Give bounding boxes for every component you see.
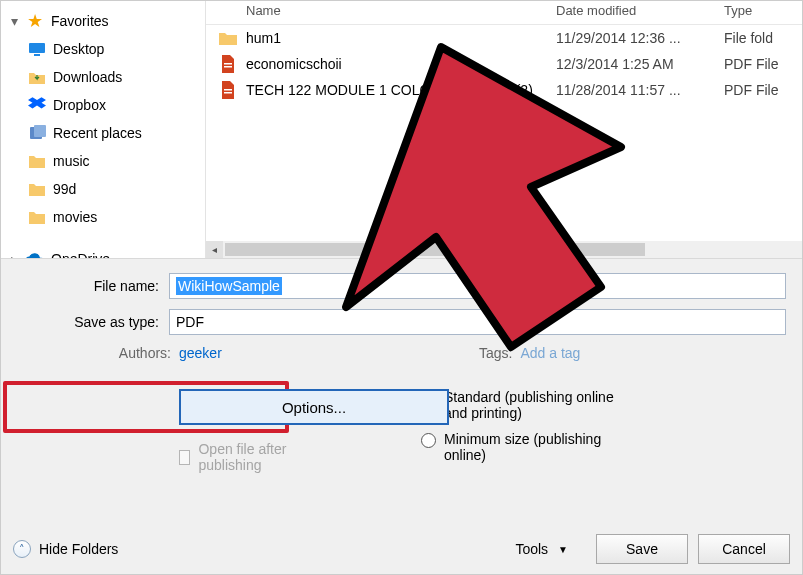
star-icon: ★	[25, 12, 45, 30]
tree-item-movies[interactable]: movies	[3, 203, 203, 231]
chevron-right-icon: ▸	[11, 251, 23, 258]
options-button[interactable]: Options...	[179, 389, 449, 425]
tree-item-dropbox[interactable]: Dropbox	[3, 91, 203, 119]
tags-label: Tags:	[479, 345, 520, 361]
save-panel: File name: WikiHowSample Save as type: P…	[1, 259, 802, 575]
tags-field[interactable]: Add a tag	[520, 345, 580, 361]
file-type: File fold	[724, 30, 796, 46]
file-row[interactable]: economicschoii12/3/2014 1:25 AMPDF File	[206, 51, 802, 77]
desktop-icon	[27, 40, 47, 58]
pdf-icon	[216, 54, 240, 74]
file-name: economicschoii	[246, 56, 556, 72]
svg-rect-1	[34, 54, 40, 56]
dropbox-icon	[27, 96, 47, 114]
folder-icon	[27, 152, 47, 170]
col-name[interactable]: Name	[216, 3, 556, 18]
hide-folders-button[interactable]: ˄ Hide Folders	[13, 540, 118, 558]
downloads-icon	[27, 68, 47, 86]
folder-icon	[27, 180, 47, 198]
optimize-minimum-radio[interactable]: Minimum size (publishing online)	[421, 431, 624, 463]
file-row[interactable]: TECH 122 MODULE 1 COLOR THEORIES(2)11/28…	[206, 77, 802, 103]
tree-item-music[interactable]: music	[3, 147, 203, 175]
folder-icon	[27, 208, 47, 226]
file-date: 11/28/2014 11:57 ...	[556, 82, 724, 98]
chevron-down-icon: ▾	[11, 13, 23, 29]
open-after-checkbox[interactable]: Open file after publishing	[179, 441, 311, 473]
file-row[interactable]: hum111/29/2014 12:36 ...File fold	[206, 25, 802, 51]
pdf-icon	[216, 80, 240, 100]
svg-rect-5	[224, 66, 232, 68]
filename-input[interactable]: WikiHowSample	[169, 273, 786, 299]
svg-rect-3	[34, 125, 46, 137]
file-name: hum1	[246, 30, 556, 46]
tree-item-downloads[interactable]: Downloads	[3, 63, 203, 91]
col-type[interactable]: Type	[724, 3, 796, 18]
recent-places-icon	[27, 124, 47, 142]
file-type: PDF File	[724, 56, 796, 72]
chevron-up-icon: ˄	[13, 540, 31, 558]
authors-label: Authors:	[11, 345, 179, 361]
folder-icon	[216, 28, 240, 48]
caret-down-icon: ▼	[558, 544, 568, 555]
savetype-label: Save as type:	[11, 314, 169, 330]
scroll-left-icon[interactable]: ◂	[206, 241, 223, 258]
tree-label: Favorites	[51, 13, 109, 29]
column-headers: Name Date modified Type	[206, 1, 802, 25]
optimize-standard-radio[interactable]: Standard (publishing online and printing…	[421, 389, 624, 421]
cancel-button[interactable]: Cancel	[698, 534, 790, 564]
svg-rect-0	[29, 43, 45, 53]
authors-field[interactable]: geeker	[179, 345, 222, 361]
tree-label: Recent places	[53, 125, 142, 141]
save-button[interactable]: Save	[596, 534, 688, 564]
svg-rect-6	[224, 89, 232, 91]
checkbox-icon	[179, 450, 190, 465]
tree-item-onedrive[interactable]: ▸ OneDrive	[3, 245, 203, 258]
file-date: 11/29/2014 12:36 ...	[556, 30, 724, 46]
file-date: 12/3/2014 1:25 AM	[556, 56, 724, 72]
tree-label: Downloads	[53, 69, 122, 85]
svg-rect-7	[224, 92, 232, 94]
scroll-thumb[interactable]	[225, 243, 645, 256]
col-date[interactable]: Date modified	[556, 3, 724, 18]
tree-label: 99d	[53, 181, 76, 197]
file-type: PDF File	[724, 82, 796, 98]
tools-dropdown[interactable]: Tools ▼	[515, 541, 568, 557]
tree-item-favorites[interactable]: ▾ ★ Favorites	[3, 7, 203, 35]
radio-icon	[421, 433, 436, 448]
file-name: TECH 122 MODULE 1 COLOR THEORIES(2)	[246, 82, 556, 98]
tree-item-recent[interactable]: Recent places	[3, 119, 203, 147]
horizontal-scrollbar[interactable]: ◂	[206, 241, 802, 258]
navigation-tree: ▾ ★ Favorites Desktop Downloads	[1, 1, 206, 258]
file-list: Name Date modified Type hum111/29/2014 1…	[206, 1, 802, 258]
tree-label: Desktop	[53, 41, 104, 57]
filename-label: File name:	[11, 278, 169, 294]
savetype-select[interactable]: PDF	[169, 309, 786, 335]
onedrive-icon	[25, 250, 45, 258]
tree-label: Dropbox	[53, 97, 106, 113]
tree-item-99d[interactable]: 99d	[3, 175, 203, 203]
tree-label: OneDrive	[51, 251, 110, 258]
tree-label: movies	[53, 209, 97, 225]
tree-item-desktop[interactable]: Desktop	[3, 35, 203, 63]
svg-rect-4	[224, 63, 232, 65]
tree-label: music	[53, 153, 90, 169]
